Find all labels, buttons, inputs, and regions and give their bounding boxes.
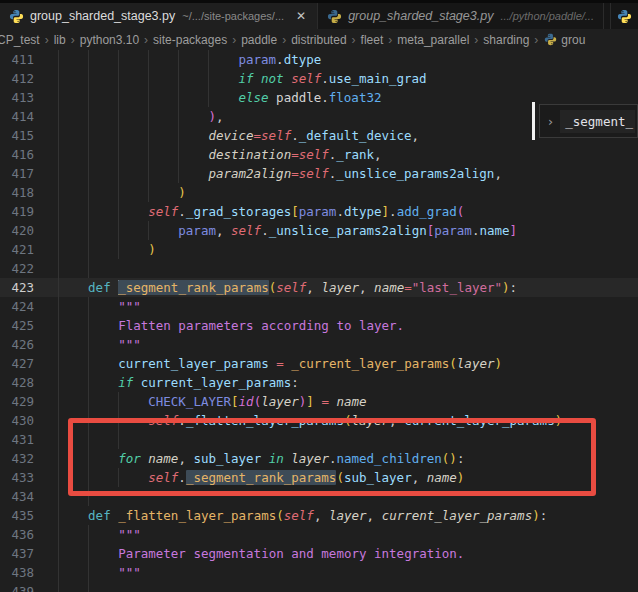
code-line[interactable]: 423def _segment_rank_params(self, layer,…	[0, 278, 638, 297]
overlay-caret	[532, 102, 535, 140]
code-line[interactable]: 412if not self.use_main_grad	[0, 69, 638, 88]
chevron-right-icon: ›	[546, 114, 554, 129]
code-line[interactable]: 438"""	[0, 563, 638, 582]
breadcrumb-item[interactable]: fleet	[360, 33, 385, 47]
breadcrumb-item[interactable]: distributed	[290, 33, 347, 47]
code-line[interactable]: 433self._segment_rank_params(sub_layer, …	[0, 468, 638, 487]
line-number[interactable]: 413	[0, 88, 48, 107]
line-number[interactable]: 423	[0, 278, 48, 297]
tab-description: ~/.../site-packages/...	[182, 10, 284, 22]
line-number[interactable]: 418	[0, 183, 48, 202]
breadcrumb-file[interactable]: grou	[560, 33, 586, 47]
tab-bar: group_sharded_stage3.py ~/.../site-packa…	[0, 3, 638, 29]
code-line[interactable]: 437Parameter segmentation and memory int…	[0, 544, 638, 563]
code-line[interactable]: 434	[0, 487, 638, 506]
code-line[interactable]: 411param.dtype	[0, 50, 638, 69]
line-number[interactable]: 433	[0, 468, 48, 487]
line-number[interactable]: 420	[0, 221, 48, 240]
code-line[interactable]: 431	[0, 430, 638, 449]
line-number[interactable]: 436	[0, 525, 48, 544]
breadcrumb-separator: ›	[530, 33, 542, 47]
breadcrumb-item[interactable]: paddle	[240, 33, 278, 47]
breadcrumb-separator: ›	[384, 33, 396, 47]
code-line[interactable]: 436"""	[0, 525, 638, 544]
line-number[interactable]: 411	[0, 50, 48, 69]
line-number[interactable]: 416	[0, 145, 48, 164]
code-line[interactable]: 424"""	[0, 297, 638, 316]
breadcrumb-item[interactable]: site-packages	[152, 33, 228, 47]
close-icon[interactable]: ✕	[294, 8, 308, 24]
code-line[interactable]: 435def _flatten_layer_params(self, layer…	[0, 506, 638, 525]
line-number[interactable]: 432	[0, 449, 48, 468]
line-number[interactable]: 424	[0, 297, 48, 316]
breadcrumb-item[interactable]: sharding	[482, 33, 530, 47]
python-file-icon	[9, 9, 24, 24]
breadcrumb: CP_test›lib›python3.10›site-packages›pad…	[0, 29, 638, 50]
overlay-symbol-text: _segment_	[560, 110, 635, 133]
code-line[interactable]: 418)	[0, 183, 638, 202]
breadcrumb-separator: ›	[67, 33, 79, 47]
line-number[interactable]: 419	[0, 202, 48, 221]
python-file-icon	[617, 9, 632, 24]
breadcrumb-item[interactable]: python3.10	[79, 33, 140, 47]
tab-group-sharded-stage3-preview[interactable]: group_sharded_stage3.py .../python/paddl…	[318, 3, 604, 29]
line-number[interactable]: 426	[0, 335, 48, 354]
code-line[interactable]: 421)	[0, 240, 638, 259]
code-line[interactable]: 427current_layer_params = _current_layer…	[0, 354, 638, 373]
tab-title: group_sharded_stage3.py	[348, 9, 493, 23]
line-number[interactable]: 425	[0, 316, 48, 335]
breadcrumb-item[interactable]: CP_test	[0, 33, 41, 47]
tab-group-sharded-stage3-active[interactable]: group_sharded_stage3.py ~/.../site-packa…	[0, 3, 318, 29]
line-number[interactable]: 417	[0, 164, 48, 183]
code-line[interactable]: 417param2align=self._unslice_params2alig…	[0, 164, 638, 183]
code-line[interactable]: 422	[0, 259, 638, 278]
line-number[interactable]: 428	[0, 373, 48, 392]
breadcrumb-separator: ›	[41, 33, 53, 47]
line-number[interactable]: 439	[0, 582, 48, 592]
code-line[interactable]: 420param, self._unslice_params2align[par…	[0, 221, 638, 240]
line-number[interactable]: 421	[0, 240, 48, 259]
code-line[interactable]: 416destination=self._rank,	[0, 145, 638, 164]
breadcrumb-separator: ›	[470, 33, 482, 47]
line-number[interactable]: 427	[0, 354, 48, 373]
python-file-icon	[327, 9, 342, 24]
line-number[interactable]: 422	[0, 259, 48, 278]
line-number[interactable]: 438	[0, 563, 48, 582]
code-line[interactable]: 428if current_layer_params:	[0, 373, 638, 392]
line-number[interactable]: 414	[0, 107, 48, 126]
breadcrumb-item[interactable]: meta_parallel	[396, 33, 470, 47]
line-number[interactable]: 434	[0, 487, 48, 506]
breadcrumb-separator: ›	[278, 33, 290, 47]
code-line[interactable]: 439	[0, 582, 638, 592]
code-line[interactable]: 430self._flatten_layer_params(layer, cur…	[0, 411, 638, 430]
line-number[interactable]: 415	[0, 126, 48, 145]
breadcrumb-separator: ›	[228, 33, 240, 47]
editor: 411param.dtype412if not self.use_main_gr…	[0, 50, 638, 592]
tab-description: .../python/paddle/...	[500, 10, 594, 22]
code-line[interactable]: 419self._grad_storages[param.dtype].add_…	[0, 202, 638, 221]
symbol-overlay[interactable]: › _segment_	[532, 102, 638, 140]
code-line[interactable]: 425Flatten parameters according to layer…	[0, 316, 638, 335]
code-line[interactable]: 426"""	[0, 335, 638, 354]
tab-cutoff[interactable]	[610, 3, 638, 29]
line-number[interactable]: 412	[0, 69, 48, 88]
line-number[interactable]: 429	[0, 392, 48, 411]
breadcrumb-separator: ›	[140, 33, 152, 47]
line-number[interactable]: 430	[0, 411, 48, 430]
line-number[interactable]: 435	[0, 506, 48, 525]
line-number[interactable]: 431	[0, 430, 48, 449]
breadcrumb-file-icon	[544, 33, 557, 46]
breadcrumb-item[interactable]: lib	[53, 33, 67, 47]
line-number[interactable]: 437	[0, 544, 48, 563]
code-line[interactable]: 429CHECK_LAYER[id(layer)] = name	[0, 392, 638, 411]
code-line[interactable]: 432for name, sub_layer in layer.named_ch…	[0, 449, 638, 468]
breadcrumb-separator: ›	[348, 33, 360, 47]
tab-title: group_sharded_stage3.py	[30, 9, 175, 23]
